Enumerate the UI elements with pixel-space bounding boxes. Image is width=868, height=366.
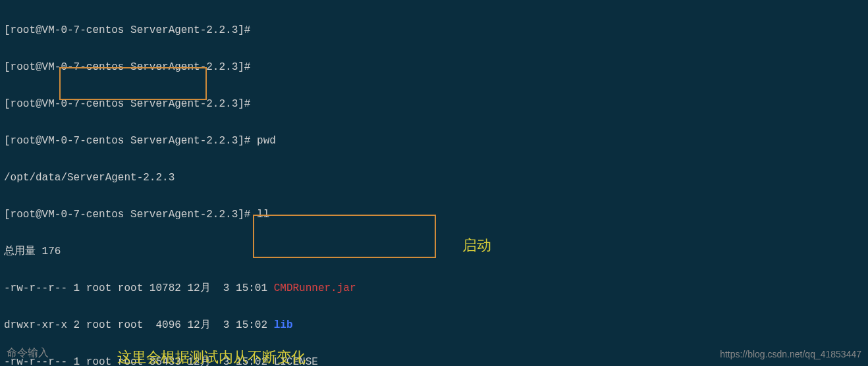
file-meta: -rw-r--r-- 1 root root 10782 12月 3 15:01 [4, 282, 274, 294]
command-text: pwd [257, 135, 276, 147]
file-name-jar: CMDRunner.jar [274, 282, 356, 294]
footer-right-url: https://blog.csdn.net/qq_41853447 [720, 346, 861, 363]
file-entry: -rw-r--r-- 1 root root 10782 12月 3 15:01… [4, 279, 864, 298]
prompt: [root@VM-0-7-centos ServerAgent-2.2.3]# [4, 209, 257, 221]
file-meta: drwxr-xr-x 2 root root 4096 12月 3 15:02 [4, 319, 274, 331]
prompt-line: [root@VM-0-7-centos ServerAgent-2.2.3]# [4, 21, 864, 39]
prompt-line: [root@VM-0-7-centos ServerAgent-2.2.3]# [4, 95, 864, 113]
file-entry: drwxr-xr-x 2 root root 4096 12月 3 15:02 … [4, 316, 864, 334]
command-line-ll: [root@VM-0-7-centos ServerAgent-2.2.3]# … [4, 205, 864, 224]
annotation-start: 启动 [462, 233, 491, 259]
command-line-pwd: [root@VM-0-7-centos ServerAgent-2.2.3]# … [4, 132, 864, 150]
terminal-output[interactable]: [root@VM-0-7-centos ServerAgent-2.2.3]# … [0, 0, 868, 366]
command-text: ll [257, 209, 269, 221]
output-path: /opt/data/ServerAgent-2.2.3 [4, 169, 864, 187]
annotation-bottom: 这里会根据测试内从不断变化 [117, 345, 306, 366]
prompt-line: [root@VM-0-7-centos ServerAgent-2.2.3]# [4, 58, 864, 76]
file-name-dir: lib [274, 319, 293, 331]
prompt: [root@VM-0-7-centos ServerAgent-2.2.3]# [4, 135, 257, 147]
footer-left-text: 命令输入 [7, 344, 49, 362]
output-total: 总用量 176 [4, 242, 864, 261]
